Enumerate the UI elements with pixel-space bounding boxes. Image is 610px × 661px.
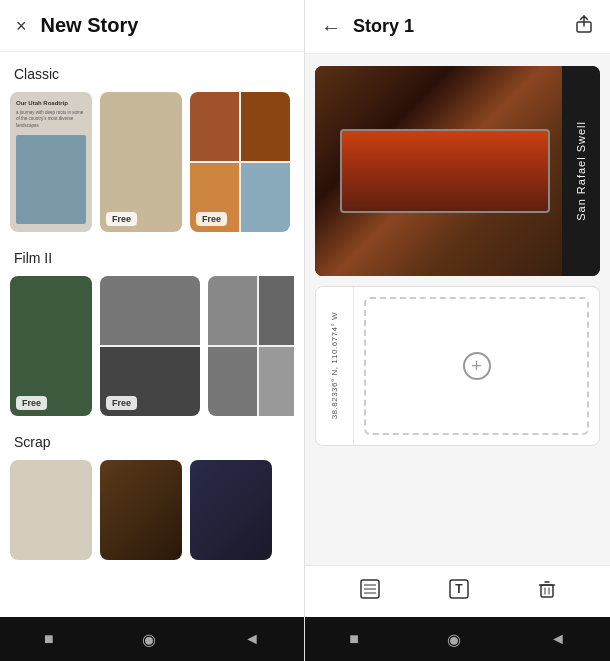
film-template-2[interactable]: Free xyxy=(100,276,200,416)
share-button[interactable] xyxy=(574,14,594,39)
scrap-template-1[interactable] xyxy=(10,460,92,560)
close-button[interactable]: × xyxy=(16,17,27,35)
card-text-title: Our Utah Roadtrip xyxy=(16,100,86,106)
film-template-3[interactable] xyxy=(208,276,294,416)
grid-cell-4 xyxy=(241,163,290,232)
grid-cell-1 xyxy=(190,92,239,161)
right-nav-square[interactable]: ■ xyxy=(341,626,367,652)
film-stack xyxy=(100,276,200,416)
right-header: ← Story 1 xyxy=(305,0,610,54)
story-title-text: San Rafael Swell xyxy=(575,121,587,221)
right-panel: ← Story 1 xyxy=(305,0,610,661)
section-label-scrap: Scrap xyxy=(10,434,294,450)
film-grid-cell-2 xyxy=(259,276,294,345)
classic-template-2[interactable]: Free xyxy=(100,92,182,232)
pizza-photo xyxy=(315,66,562,276)
classic-free-badge-3: Free xyxy=(196,212,227,226)
svg-rect-8 xyxy=(541,585,553,597)
right-toolbar: T xyxy=(305,565,610,617)
classic-template-1[interactable]: Our Utah Roadtrip a journey with deep ro… xyxy=(10,92,92,232)
classic-free-badge-2: Free xyxy=(106,212,137,226)
left-panel-title: New Story xyxy=(41,14,139,37)
classic-template-3[interactable]: Free xyxy=(190,92,290,232)
film-grid xyxy=(208,276,294,416)
card-text-body: a journey with deep roots in some of the… xyxy=(16,110,86,129)
right-story-content: San Rafael Swell 38.82336° N, 110.6774° … xyxy=(305,54,610,565)
back-button[interactable]: ← xyxy=(321,17,341,37)
story-card-2: 38.82336° N, 110.6774° W + xyxy=(315,286,600,446)
classic-photo-woman xyxy=(100,92,182,232)
story-card-1: San Rafael Swell xyxy=(315,66,600,276)
svg-text:T: T xyxy=(455,582,463,596)
left-scroll-area[interactable]: Classic Our Utah Roadtrip a journey with… xyxy=(0,52,304,617)
section-scrap: Scrap xyxy=(10,434,294,560)
left-panel: × New Story Classic Our Utah Roadtrip a … xyxy=(0,0,305,661)
left-nav-square[interactable]: ■ xyxy=(36,626,62,652)
trash-button[interactable] xyxy=(528,574,566,609)
scrap-template-2[interactable] xyxy=(100,460,182,560)
scrap-photo-3 xyxy=(190,460,272,560)
section-classic: Classic Our Utah Roadtrip a journey with… xyxy=(10,66,294,232)
classic-template-row: Our Utah Roadtrip a journey with deep ro… xyxy=(10,92,294,232)
film-free-badge-2: Free xyxy=(106,396,137,410)
pizza-photo-inner xyxy=(315,66,562,276)
scrap-photo-1 xyxy=(10,460,92,560)
card-text-photo xyxy=(16,135,86,224)
scrap-template-row xyxy=(10,460,294,560)
right-nav-circle[interactable]: ◉ xyxy=(439,626,469,653)
left-nav-circle[interactable]: ◉ xyxy=(134,626,164,653)
section-label-classic: Classic xyxy=(10,66,294,82)
story-title-container: San Rafael Swell xyxy=(562,66,600,276)
left-header: × New Story xyxy=(0,0,304,52)
add-circle-icon: + xyxy=(463,352,491,380)
scrap-template-3[interactable] xyxy=(190,460,272,560)
right-panel-title: Story 1 xyxy=(353,16,574,37)
right-nav-back[interactable]: ◄ xyxy=(542,626,574,652)
film-stack-cell-1 xyxy=(100,276,200,345)
grid-cell-2 xyxy=(241,92,290,161)
scrap-photo-2 xyxy=(100,460,182,560)
film-template-1[interactable]: Free xyxy=(10,276,92,416)
text-tool-button[interactable]: T xyxy=(439,573,479,610)
film-grid-cell-4 xyxy=(259,347,294,416)
film-free-badge-1: Free xyxy=(16,396,47,410)
classic-grid xyxy=(190,92,290,232)
film2-template-row: Free Free xyxy=(10,276,294,416)
section-label-film2: Film II xyxy=(10,250,294,266)
coords-text: 38.82336° N, 110.6774° W xyxy=(330,312,339,419)
section-film2: Film II Free Free xyxy=(10,250,294,416)
add-photo-button[interactable]: + xyxy=(364,297,589,435)
right-bottom-nav: ■ ◉ ◄ xyxy=(305,617,610,661)
brush-tool-button[interactable] xyxy=(350,573,390,610)
coords-section: 38.82336° N, 110.6774° W xyxy=(316,287,354,445)
film-grid-cell-3 xyxy=(208,347,257,416)
left-nav-back[interactable]: ◄ xyxy=(236,626,268,652)
pizza-pan xyxy=(340,129,550,213)
film-photo-tree xyxy=(10,276,92,416)
film-grid-cell-1 xyxy=(208,276,257,345)
left-bottom-nav: ■ ◉ ◄ xyxy=(0,617,304,661)
